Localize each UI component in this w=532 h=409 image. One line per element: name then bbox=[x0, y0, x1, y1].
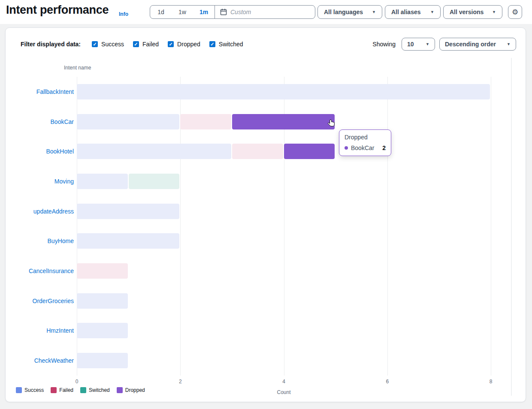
custom-date-input[interactable]: Custom bbox=[215, 6, 315, 18]
bar-segment-success[interactable] bbox=[77, 84, 490, 99]
checkbox-success[interactable]: ✓ Success bbox=[92, 41, 124, 48]
checkbox-checked-icon: ✓ bbox=[133, 41, 139, 47]
list-controls: Showing 10 ▼ Descending order ▼ bbox=[372, 38, 516, 51]
legend-item-switched[interactable]: Switched bbox=[80, 387, 110, 393]
x-axis: 02468 bbox=[77, 379, 491, 385]
time-range-control: 1d 1w 1m Custom bbox=[150, 5, 315, 19]
x-tick-label: 6 bbox=[386, 379, 389, 385]
page-header: Intent performance Info 1d 1w 1m Custom … bbox=[0, 0, 532, 24]
info-link[interactable]: Info bbox=[119, 11, 128, 17]
languages-dropdown-label: All languages bbox=[324, 9, 363, 15]
intent-performance-panel: Filter displayed data: ✓ Success ✓ Faile… bbox=[5, 27, 526, 402]
checkbox-checked-icon: ✓ bbox=[168, 41, 174, 47]
bar-segment-success[interactable] bbox=[77, 144, 231, 159]
legend-item-failed[interactable]: Failed bbox=[51, 387, 73, 393]
bar-segment-success[interactable] bbox=[77, 174, 128, 189]
chevron-down-icon: ▼ bbox=[430, 10, 434, 14]
bar-segment-failed[interactable] bbox=[77, 263, 128, 279]
legend-label: Success bbox=[24, 387, 44, 393]
mouse-cursor-icon bbox=[327, 119, 336, 129]
intent-name-link[interactable]: FallbackIntent bbox=[6, 77, 74, 107]
bar-segment-dropped[interactable] bbox=[232, 114, 335, 129]
chevron-down-icon: ▼ bbox=[507, 42, 511, 46]
x-tick-label: 8 bbox=[490, 379, 493, 385]
intent-name-link[interactable]: CheckWeather bbox=[6, 346, 74, 376]
bar-segment-success[interactable] bbox=[77, 114, 179, 129]
chart-controls: Filter displayed data: ✓ Success ✓ Faile… bbox=[21, 37, 516, 51]
intent-name-link[interactable]: BookCar bbox=[6, 107, 74, 137]
intent-name-link[interactable]: BuyHome bbox=[6, 226, 74, 256]
languages-dropdown[interactable]: All languages ▼ bbox=[317, 5, 382, 19]
tooltip-title: Dropped bbox=[345, 134, 386, 141]
bar-row bbox=[77, 77, 491, 107]
tooltip-row: BookCar 2 bbox=[345, 144, 386, 151]
bar-row bbox=[77, 166, 491, 196]
bar-segment-failed[interactable] bbox=[180, 114, 231, 129]
checkbox-switched[interactable]: ✓ Switched bbox=[209, 41, 243, 48]
bar-row bbox=[77, 346, 491, 376]
bar-row bbox=[77, 286, 491, 316]
legend-item-success[interactable]: Success bbox=[16, 387, 44, 393]
intent-name-link[interactable]: HmzIntent bbox=[6, 316, 74, 346]
checkbox-dropped[interactable]: ✓ Dropped bbox=[168, 41, 200, 48]
checkbox-checked-icon: ✓ bbox=[92, 41, 98, 47]
intent-name-link[interactable]: CancelInsurance bbox=[6, 256, 74, 286]
bar-segment-success[interactable] bbox=[77, 323, 128, 338]
range-1m-button[interactable]: 1m bbox=[193, 6, 215, 18]
tooltip-series-name: BookCar bbox=[351, 144, 374, 151]
aliases-dropdown-label: All aliases bbox=[391, 9, 421, 15]
bar-segment-failed[interactable] bbox=[232, 144, 283, 159]
legend-label: Failed bbox=[59, 387, 73, 393]
chevron-down-icon: ▼ bbox=[372, 10, 376, 14]
legend-item-dropped[interactable]: Dropped bbox=[117, 387, 145, 393]
checkbox-failed[interactable]: ✓ Failed bbox=[133, 41, 159, 48]
checkbox-checked-icon: ✓ bbox=[209, 41, 215, 47]
checkbox-dropped-label: Dropped bbox=[177, 41, 200, 48]
intent-name-link[interactable]: Moving bbox=[6, 166, 74, 196]
settings-button[interactable]: ⚙ bbox=[508, 5, 522, 19]
scrollbar[interactable] bbox=[511, 58, 512, 396]
legend-swatch bbox=[117, 387, 123, 393]
sort-order-select[interactable]: Descending order ▼ bbox=[439, 38, 516, 51]
page-size-value: 10 bbox=[407, 41, 414, 48]
checkbox-failed-label: Failed bbox=[142, 41, 159, 48]
legend-swatch bbox=[51, 387, 57, 393]
filter-label: Filter displayed data: bbox=[21, 41, 81, 48]
intent-labels-column: FallbackIntentBookCarBookHotelMovingupda… bbox=[6, 77, 74, 376]
intent-name-link[interactable]: updateAddress bbox=[6, 196, 74, 226]
chart-tooltip: Dropped BookCar 2 bbox=[339, 129, 391, 156]
intent-name-link[interactable]: BookHotel bbox=[6, 136, 74, 166]
bar-row bbox=[77, 226, 491, 256]
legend-label: Dropped bbox=[125, 387, 145, 393]
y-axis-title: Intent name bbox=[64, 65, 91, 71]
bar-row bbox=[77, 196, 491, 226]
tooltip-value: 2 bbox=[382, 144, 386, 151]
versions-dropdown[interactable]: All versions ▼ bbox=[443, 5, 502, 19]
bar-segment-switched[interactable] bbox=[129, 174, 180, 189]
bar-row bbox=[77, 107, 491, 137]
page-title: Intent performance bbox=[6, 3, 109, 17]
showing-label: Showing bbox=[372, 41, 396, 48]
gear-icon: ⚙ bbox=[512, 9, 518, 16]
checkbox-switched-label: Switched bbox=[219, 41, 243, 48]
legend-swatch bbox=[16, 387, 22, 393]
bar-segment-success[interactable] bbox=[77, 204, 179, 219]
x-tick-label: 2 bbox=[179, 379, 182, 385]
bar-row bbox=[77, 316, 491, 346]
bar-segment-dropped[interactable] bbox=[284, 144, 335, 159]
chevron-down-icon: ▼ bbox=[426, 42, 429, 46]
aliases-dropdown[interactable]: All aliases ▼ bbox=[385, 5, 441, 19]
page-size-select[interactable]: 10 ▼ bbox=[402, 38, 435, 51]
gridline bbox=[491, 77, 491, 376]
checkbox-success-label: Success bbox=[101, 41, 124, 48]
bar-row bbox=[77, 256, 491, 286]
bar-segment-success[interactable] bbox=[77, 233, 179, 249]
range-1d-button[interactable]: 1d bbox=[150, 6, 172, 18]
bar-segment-success[interactable] bbox=[77, 293, 128, 309]
legend-label: Switched bbox=[89, 387, 110, 393]
intent-name-link[interactable]: OrderGroceries bbox=[6, 286, 74, 316]
chart-legend: SuccessFailedSwitchedDropped bbox=[16, 387, 145, 393]
bar-segment-success[interactable] bbox=[77, 353, 128, 368]
tooltip-series-dot bbox=[345, 146, 348, 150]
range-1w-button[interactable]: 1w bbox=[172, 6, 193, 18]
